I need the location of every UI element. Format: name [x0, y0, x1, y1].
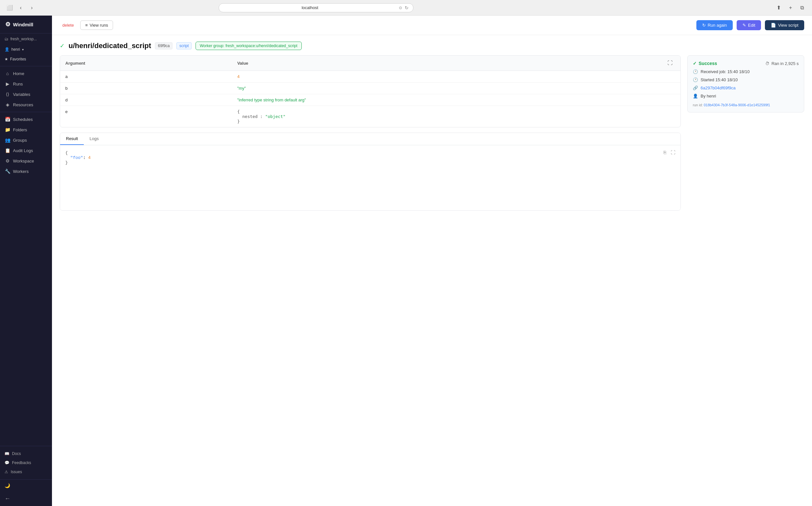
share-button[interactable]: ⬆: [774, 3, 784, 12]
sidebar-item-label: Workers: [13, 169, 28, 174]
job-id-link[interactable]: 6a297b04df69f9ca: [701, 85, 736, 90]
worker-group-badge: Worker group: fresh_workspace:u/henri/de…: [196, 41, 302, 50]
schedules-icon: 📅: [5, 117, 10, 122]
run-again-button[interactable]: ↻ Run again: [696, 20, 733, 30]
sidebar-item-label: Variables: [13, 92, 30, 97]
view-script-label: View script: [778, 23, 798, 28]
tab-result[interactable]: Result: [60, 133, 84, 145]
user-row: 👤 By henri: [693, 94, 799, 98]
script-icon: 📄: [771, 23, 776, 28]
success-label: Success: [699, 61, 717, 66]
workspace-settings-icon: ⚙: [5, 158, 10, 163]
feedbacks-icon: 💬: [5, 460, 9, 465]
new-tab-button[interactable]: +: [786, 3, 795, 12]
result-content: ⎘ ⛶ { "foo": 4 }: [60, 145, 681, 210]
json-line-3: }: [65, 160, 675, 165]
user-icon: 👤: [5, 47, 9, 52]
arguments-table: Argument Value ⛶: [60, 55, 681, 128]
back-button[interactable]: ‹: [16, 3, 25, 12]
sidebar-theme-toggle[interactable]: 🌙: [0, 479, 52, 491]
run-again-label: Run again: [708, 23, 727, 28]
success-status: ✓ Success: [693, 61, 717, 66]
arg-name: a: [60, 71, 232, 83]
sidebar-item-home[interactable]: ⌂ Home: [0, 68, 52, 79]
delete-button[interactable]: delete: [60, 21, 76, 29]
sidebar-item-label: Groups: [13, 138, 27, 143]
back-arrow-icon: ←: [5, 495, 10, 502]
view-runs-button[interactable]: ≡ View runs: [80, 20, 113, 30]
expand-table-button[interactable]: ⛶: [665, 59, 675, 67]
table-row: a 4: [60, 71, 681, 83]
back-to-workspace[interactable]: ←: [0, 491, 52, 506]
sidebar-item-label: Resources: [13, 102, 33, 107]
favorites-label: Favorites: [10, 57, 26, 62]
tab-logs[interactable]: Logs: [84, 133, 105, 145]
sidebar-item-audit-logs[interactable]: 📋 Audit Logs: [0, 145, 52, 156]
docs-label: Docs: [12, 451, 21, 456]
run-id: run id: 018b4304-7b3f-548a-9006-d1e14525…: [693, 103, 799, 107]
view-script-button[interactable]: 📄 View script: [765, 20, 804, 30]
sidebar-item-schedules[interactable]: 📅 Schedules: [0, 114, 52, 124]
sidebar-item-resources[interactable]: ◈ Resources: [0, 99, 52, 110]
timer-icon: ⏱: [765, 61, 770, 66]
windmill-logo-icon: ⚙: [5, 21, 10, 28]
right-column: ✓ Success ⏱ Ran in 2,925 s 🕐 Received jo…: [687, 55, 804, 112]
edit-button[interactable]: ✎ Edit: [737, 20, 761, 30]
sidebar-toggle-button[interactable]: ⬜: [5, 3, 14, 12]
browser-nav: ⬜ ‹ ›: [5, 3, 36, 12]
sidebar-favorites[interactable]: ★ Favorites: [0, 54, 52, 64]
sidebar-item-runs[interactable]: ▶ Runs: [0, 79, 52, 89]
sidebar-item-label: Home: [13, 71, 24, 76]
workspace-name: fresh_worksp...: [10, 37, 37, 41]
result-actions: ⎘ ⛶: [662, 149, 677, 156]
sidebar-divider-2: [0, 112, 52, 112]
forward-button[interactable]: ›: [27, 3, 36, 12]
folders-icon: 📁: [5, 127, 10, 132]
sidebar-item-workspace[interactable]: ⚙ Workspace: [0, 156, 52, 166]
main-content: delete ≡ View runs ↻ Run again ✎ Edit 📄 …: [52, 16, 812, 506]
status-row: ✓ Success ⏱ Ran in 2,925 s: [693, 61, 799, 66]
page-content: ✓ u/henri/dedicated_script 69f9ca script…: [52, 35, 812, 506]
page-title: u/henri/dedicated_script: [69, 41, 151, 50]
table-row: d "inferred type string from default arg…: [60, 94, 681, 106]
address-text: localhost: [223, 5, 396, 10]
list-icon: ≡: [85, 23, 88, 28]
sidebar-item-groups[interactable]: 👥 Groups: [0, 135, 52, 145]
topbar: delete ≡ View runs ↻ Run again ✎ Edit 📄 …: [52, 16, 812, 35]
sidebar-item-docs[interactable]: 📖 Docs: [5, 450, 47, 457]
sidebar-item-feedbacks[interactable]: 💬 Feedbacks: [5, 459, 47, 467]
copy-result-button[interactable]: ⎘: [662, 149, 668, 156]
sidebar-item-workers[interactable]: 🔧 Workers: [0, 166, 52, 176]
sidebar-item-label: Runs: [13, 82, 23, 86]
value-header-text: Value: [237, 61, 248, 66]
started-row: 🕐 Started 15:40 18/10: [693, 77, 799, 82]
sidebar-workspace[interactable]: 🗂 fresh_worksp...: [0, 33, 52, 45]
sidebar-user[interactable]: 👤 henri ▾: [0, 45, 52, 54]
workspace-icon: 🗂: [5, 37, 8, 41]
reload-icon[interactable]: ↻: [405, 5, 409, 10]
browser-chrome: ⬜ ‹ › localhost ⊙ ↻ ⬆ + ⧉: [0, 0, 812, 16]
workers-icon: 🔧: [5, 169, 10, 174]
received-row: 🕐 Received job: 15:40 18/10: [693, 69, 799, 74]
sidebar-item-folders[interactable]: 📁 Folders: [0, 124, 52, 135]
arg-value: "inferred type string from default arg": [232, 94, 681, 106]
run-id-value: 018b4304-7b3f-548a-9006-d1e1452599f1: [704, 103, 770, 107]
json-line-2: "foo": 4: [65, 155, 675, 160]
sidebar-button[interactable]: ⧉: [798, 3, 807, 12]
result-json: { "foo": 4 }: [65, 151, 675, 165]
sidebar-item-variables[interactable]: ⟨⟩ Variables: [0, 89, 52, 99]
address-bar[interactable]: localhost ⊙ ↻: [219, 3, 413, 12]
star-icon: ★: [5, 57, 8, 62]
hash-badge: 69f9ca: [155, 42, 173, 50]
sidebar-divider: [0, 66, 52, 66]
timing-info: ⏱ Ran in 2,925 s: [765, 61, 799, 66]
info-panel: ✓ Success ⏱ Ran in 2,925 s 🕐 Received jo…: [687, 55, 804, 112]
groups-icon: 👥: [5, 138, 10, 143]
table-row: e { nested : "object" }: [60, 106, 681, 128]
sidebar-item-issues[interactable]: ⚠ Issues: [5, 468, 47, 476]
type-badge: script: [176, 42, 192, 50]
script-header: ✓ u/henri/dedicated_script 69f9ca script…: [60, 41, 804, 50]
expand-result-button[interactable]: ⛶: [670, 149, 677, 156]
result-tabs: Result Logs: [60, 133, 681, 145]
edit-label: Edit: [748, 23, 755, 28]
